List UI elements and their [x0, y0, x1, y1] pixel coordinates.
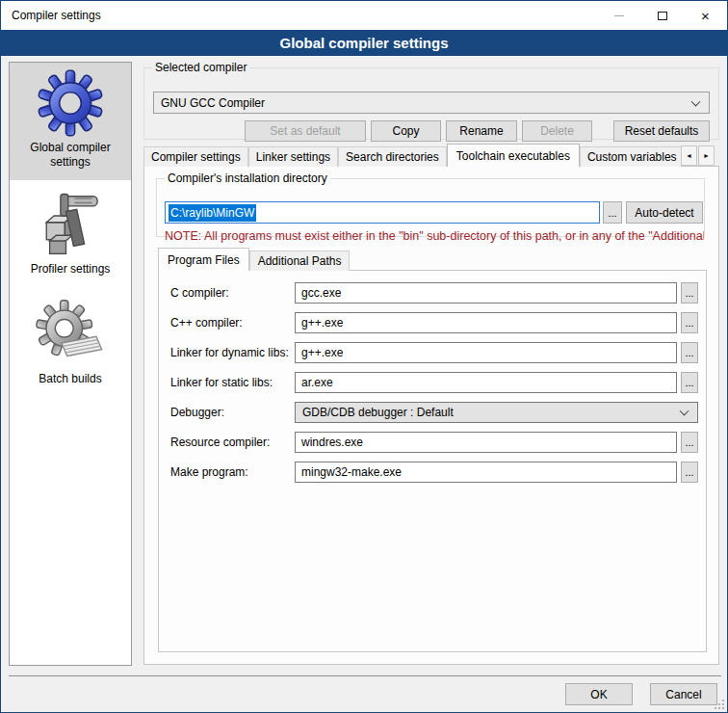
field-label: C compiler: — [170, 286, 295, 300]
field-label: C++ compiler: — [170, 316, 295, 330]
tab-program-files[interactable]: Program Files — [158, 248, 249, 271]
dynamic-linker-input[interactable] — [295, 342, 677, 363]
banner: Global compiler settings — [1, 30, 727, 56]
resize-grip[interactable] — [713, 698, 725, 710]
chevron-down-icon — [680, 407, 689, 416]
static-linker-input[interactable] — [295, 372, 677, 393]
sidebar-item-batch-builds[interactable]: Batch builds — [10, 286, 131, 398]
field-label: Linker for static libs: — [170, 376, 295, 389]
set-as-default-button[interactable]: Set as default — [245, 120, 366, 142]
sidebar-item-global-compiler-settings[interactable]: Global compiler settings — [10, 63, 131, 180]
sidebar-item-profiler-settings[interactable]: Profiler settings — [10, 180, 131, 286]
browse-cpp-compiler-button[interactable]: ... — [681, 312, 698, 333]
settings-tabs: Compiler settings Linker settings Search… — [143, 144, 681, 167]
gray-gear-stack-icon — [36, 300, 105, 369]
field-row-c-compiler: C compiler: ... — [170, 282, 698, 304]
installation-directory-legend: Compiler's installation directory — [165, 172, 330, 185]
compiler-settings-dialog: Compiler settings × Global compiler sett… — [0, 0, 728, 713]
settings-category-list: Global compiler settings Profiler settin… — [9, 62, 132, 666]
close-button[interactable]: × — [684, 1, 727, 30]
field-row-dynamic-linker: Linker for dynamic libs: ... — [170, 342, 698, 363]
minimize-icon — [614, 15, 624, 16]
close-icon: × — [701, 9, 710, 23]
tab-custom-variables[interactable]: Custom variables — [580, 146, 681, 167]
blue-gear-icon — [36, 68, 105, 138]
auto-detect-button[interactable]: Auto-detect — [626, 201, 703, 224]
field-label: Linker for dynamic libs: — [170, 346, 295, 359]
cpp-compiler-input[interactable] — [295, 312, 677, 333]
minimize-button[interactable] — [597, 1, 640, 30]
window-title: Compiler settings — [12, 9, 101, 22]
installation-note: NOTE: All programs must exist either in … — [165, 229, 704, 243]
field-label: Debugger: — [170, 406, 295, 419]
browse-dynamic-linker-button[interactable]: ... — [681, 342, 698, 363]
compiler-select-value: GNU GCC Compiler — [161, 96, 265, 110]
debugger-select-value: GDB/CDB debugger : Default — [302, 406, 454, 419]
chevron-down-icon — [691, 96, 701, 106]
program-files-panel: C compiler: ... C++ compiler: ... Linker… — [158, 270, 707, 652]
arrow-left-icon: ◄ — [686, 152, 692, 159]
field-row-cpp-compiler: C++ compiler: ... — [170, 312, 698, 333]
title-bar: Compiler settings × — [1, 1, 727, 30]
arrow-right-icon: ► — [703, 152, 710, 159]
field-label: Resource compiler: — [170, 436, 295, 449]
maximize-button[interactable] — [640, 1, 684, 30]
selected-compiler-legend: Selected compiler — [152, 61, 249, 74]
footer-separator — [9, 675, 721, 676]
tab-toolchain-executables[interactable]: Toolchain executables — [447, 144, 580, 167]
rename-button[interactable]: Rename — [446, 120, 517, 142]
debugger-select[interactable]: GDB/CDB debugger : Default — [295, 402, 698, 423]
installation-directory-value: C:\raylib\MinGW — [169, 204, 256, 222]
selected-compiler-group: Selected compiler GNU GCC Compiler Set a… — [143, 61, 719, 140]
c-compiler-input[interactable] — [295, 282, 677, 304]
banner-title: Global compiler settings — [279, 35, 448, 51]
field-row-debugger: Debugger: GDB/CDB debugger : Default — [170, 402, 698, 423]
field-row-static-linker: Linker for static libs: ... — [170, 372, 698, 393]
cancel-button[interactable]: Cancel — [650, 683, 717, 705]
tab-compiler-settings[interactable]: Compiler settings — [143, 146, 248, 167]
program-tabs: Program Files Additional Paths — [158, 248, 350, 271]
compiler-select[interactable]: GNU GCC Compiler — [153, 92, 710, 114]
field-row-resource-compiler: Resource compiler: ... — [170, 432, 698, 453]
browse-make-program-button[interactable]: ... — [681, 462, 698, 483]
sidebar-item-label: Batch builds — [10, 372, 131, 386]
ok-button[interactable]: OK — [565, 683, 633, 705]
browse-c-compiler-button[interactable]: ... — [681, 282, 698, 304]
delete-button[interactable]: Delete — [522, 120, 592, 142]
sidebar-item-label: Profiler settings — [10, 262, 131, 277]
tab-additional-paths[interactable]: Additional Paths — [249, 251, 351, 271]
copy-button[interactable]: Copy — [371, 120, 441, 142]
field-label: Make program: — [170, 465, 295, 479]
installation-directory-group: Compiler's installation directory C:\ray… — [156, 172, 705, 237]
reset-defaults-button[interactable]: Reset defaults — [613, 120, 710, 142]
resource-compiler-input[interactable] — [295, 432, 677, 453]
tab-search-directories[interactable]: Search directories — [338, 146, 447, 167]
browse-static-linker-button[interactable]: ... — [681, 372, 698, 393]
browse-resource-compiler-button[interactable]: ... — [681, 432, 698, 453]
installation-directory-input[interactable]: C:\raylib\MinGW — [165, 201, 600, 224]
tab-scroll-right-button[interactable]: ► — [698, 145, 715, 166]
browse-directory-button[interactable]: ... — [603, 201, 622, 224]
field-row-make-program: Make program: ... — [170, 462, 698, 483]
make-program-input[interactable] — [295, 462, 677, 483]
toolchain-executables-page: Compiler's installation directory C:\ray… — [143, 166, 719, 665]
caliper-icon — [36, 190, 105, 259]
maximize-icon — [658, 12, 667, 20]
tab-scroll-left-button[interactable]: ◄ — [681, 145, 697, 166]
compiler-actions: Set as default Copy Rename Delete Reset … — [240, 120, 710, 142]
tab-linker-settings[interactable]: Linker settings — [248, 146, 338, 167]
sidebar-item-label: Global compiler settings — [10, 141, 131, 170]
